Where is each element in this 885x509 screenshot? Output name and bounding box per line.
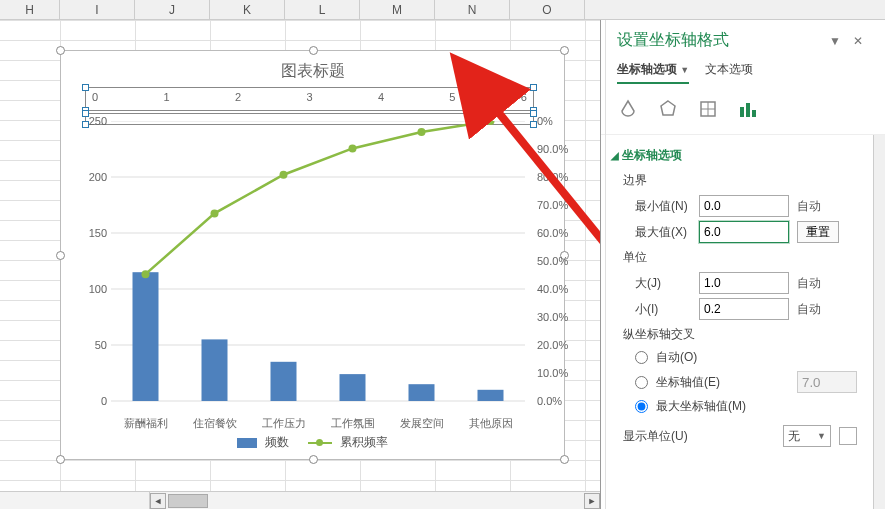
scroll-left-button[interactable]: ◄ [150, 493, 166, 509]
svg-rect-8 [271, 362, 297, 401]
radio-cross-auto[interactable] [635, 351, 648, 364]
chart-legend[interactable]: 频数 累积频率 [61, 434, 564, 451]
max-value-input[interactable] [699, 221, 789, 243]
horizontal-scrollbar[interactable]: ◄ ► [0, 491, 600, 509]
effects-icon[interactable] [657, 98, 679, 120]
tab-axis-options[interactable]: 坐标轴选项 ▼ [617, 61, 689, 84]
svg-rect-7 [202, 339, 228, 401]
secondary-horizontal-axis[interactable]: 0123456 [85, 87, 534, 111]
column-header-H[interactable]: H [0, 0, 60, 19]
format-axis-pane: 设置坐标轴格式 ▼ ✕ 坐标轴选项 ▼ 文本选项 坐标轴选项 边界 最小值(N) [600, 20, 885, 509]
legend-swatch-bar [237, 438, 257, 448]
axis-options-icon[interactable] [737, 98, 759, 120]
label-cross-value: 坐标轴值(E) [656, 374, 720, 391]
label-max: 最大值(X) [635, 224, 691, 241]
label-display-unit: 显示单位(U) [623, 428, 688, 445]
chart-title[interactable]: 图表标题 [61, 51, 564, 86]
svg-rect-25 [752, 110, 756, 117]
svg-point-17 [487, 121, 495, 125]
label-crosses: 纵坐标轴交叉 [623, 326, 857, 343]
reset-button[interactable]: 重置 [797, 221, 839, 243]
svg-marker-19 [661, 101, 675, 115]
svg-rect-24 [746, 103, 750, 117]
column-header-O[interactable]: O [510, 0, 585, 19]
scroll-right-button[interactable]: ► [584, 493, 600, 509]
sheet-tab-area[interactable] [0, 492, 150, 509]
column-header-J[interactable]: J [135, 0, 210, 19]
label-min: 最小值(N) [635, 198, 691, 215]
label-cross-max: 最大坐标轴值(M) [656, 398, 746, 415]
min-value-input[interactable] [699, 195, 789, 217]
pane-close-icon[interactable]: ✕ [847, 34, 869, 48]
legend-swatch-line [308, 442, 332, 444]
svg-rect-9 [340, 374, 366, 401]
worksheet-area[interactable]: 图表标题 0123456 050100150200250 0.0%10.0%20… [0, 20, 600, 509]
scroll-thumb[interactable] [168, 494, 208, 508]
pane-title: 设置坐标轴格式 [617, 30, 823, 51]
major-unit-input[interactable] [699, 272, 789, 294]
radio-cross-value[interactable] [635, 376, 648, 389]
legend-label-line: 累积频率 [340, 435, 388, 449]
column-header-L[interactable]: L [285, 0, 360, 19]
display-unit-select[interactable]: 无▼ [783, 425, 831, 447]
plot-area[interactable]: 050100150200250 0.0%10.0%20.0%30.0%40.0%… [85, 121, 535, 411]
column-header-M[interactable]: M [360, 0, 435, 19]
column-header-I[interactable]: I [60, 0, 135, 19]
tab-text-options[interactable]: 文本选项 [705, 61, 753, 84]
svg-rect-10 [409, 384, 435, 401]
column-headers: HIJKLMNO [0, 0, 885, 20]
chart-object[interactable]: 图表标题 0123456 050100150200250 0.0%10.0%20… [60, 50, 565, 460]
label-cross-auto: 自动(O) [656, 349, 697, 366]
legend-label-bar: 频数 [265, 435, 289, 449]
minor-auto-label: 自动 [797, 301, 831, 318]
label-minor: 小(I) [635, 301, 691, 318]
minor-unit-input[interactable] [699, 298, 789, 320]
label-unit: 单位 [623, 249, 857, 266]
label-major: 大(J) [635, 275, 691, 292]
radio-cross-max[interactable] [635, 400, 648, 413]
svg-rect-11 [478, 390, 504, 401]
pane-vertical-scrollbar[interactable] [873, 135, 885, 509]
pane-menu-icon[interactable]: ▼ [823, 34, 847, 48]
cross-value-input [797, 371, 857, 393]
label-bounds: 边界 [623, 172, 857, 189]
display-unit-checkbox[interactable] [839, 427, 857, 445]
column-header-N[interactable]: N [435, 0, 510, 19]
svg-rect-23 [740, 107, 744, 117]
svg-rect-6 [133, 272, 159, 401]
size-icon[interactable] [697, 98, 719, 120]
fill-icon[interactable] [617, 98, 639, 120]
min-auto-label: 自动 [797, 198, 831, 215]
column-header-K[interactable]: K [210, 0, 285, 19]
major-auto-label: 自动 [797, 275, 831, 292]
section-axis-options[interactable]: 坐标轴选项 [611, 147, 857, 164]
